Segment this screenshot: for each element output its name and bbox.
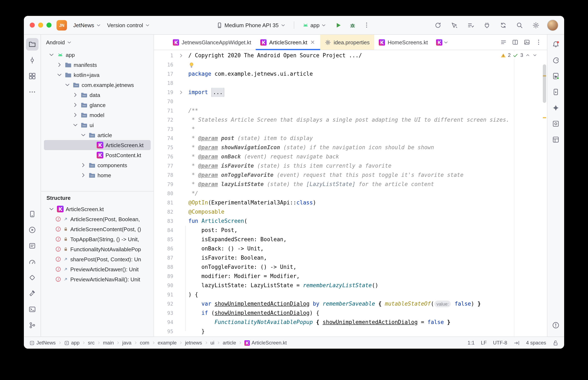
code-text[interactable]: * Stateless Article Screen that displays… [186,115,547,125]
project-tree-item-model[interactable]: model [44,110,151,120]
code-text[interactable]: import ... [186,88,547,97]
line-number[interactable]: 91 [154,290,177,299]
project-tree-item-PostContent.kt[interactable]: PostContent.kt [44,150,151,160]
code-text[interactable]: * @param post (state) item to display [186,134,547,143]
code-line-92[interactable]: 92 var showUnimplementedActionDialog by … [154,299,547,308]
chevron-down-icon[interactable] [48,51,55,58]
split-editor-icon[interactable] [512,39,519,46]
code-text[interactable]: * @param lazyListState (state) the [Lazy… [186,180,547,189]
terminal-tool-button[interactable] [26,303,39,316]
code-text[interactable]: * @param showNavigationIcon (state) if t… [186,143,547,152]
project-view-selector[interactable]: Android [41,35,154,50]
run-button[interactable] [333,20,344,31]
editor-scrollbar[interactable] [542,50,547,337]
code-text[interactable]: @Composable [186,207,547,217]
editor-tab-idea.properties[interactable]: idea.properties [320,35,374,50]
commit-tool-button[interactable] [26,54,39,66]
code-line-82[interactable]: 82@Composable [154,207,547,217]
line-number[interactable]: 80 [154,189,177,198]
breadcrumb-item-app[interactable]: app [64,340,80,346]
structure-root-item[interactable]: ArticleScreen.kt [44,204,151,214]
code-line-78[interactable]: 78 * @param onToggleFavorite (event) req… [154,171,547,180]
search-button[interactable] [514,20,525,31]
hidden-tabs-selector[interactable] [432,35,453,50]
chevron-down-icon[interactable] [56,72,63,78]
line-number[interactable]: 95 [154,327,177,336]
code-editor[interactable]: 1/ Copyright 2020 The Android Open Sourc… [154,50,547,337]
vcs-widget[interactable]: Version control [104,20,153,30]
breadcrumb-item-main[interactable]: main [103,340,114,346]
chevron-right-icon[interactable] [80,172,87,178]
code-line-85[interactable]: 85 isExpandedScreen: Boolean, [154,235,547,244]
next-issue-button[interactable] [532,53,537,58]
line-number[interactable]: 89 [154,272,177,281]
running-devices-tool-button[interactable] [549,86,562,98]
line-number[interactable]: 78 [154,171,177,180]
editor-tab-HomeScreens.kt[interactable]: HomeScreens.kt [374,35,432,50]
problems-tool-button[interactable] [549,319,562,331]
line-number[interactable]: 70 [154,97,177,106]
inspections-widget[interactable]: 2 3 [497,52,540,58]
line-number[interactable]: 85 [154,235,177,244]
version-control-tool-button[interactable] [26,319,39,331]
run-configuration-selector[interactable]: app [299,20,330,30]
fold-toggle-icon[interactable] [177,88,186,97]
scrollbar-thumb[interactable] [543,64,546,103]
debug-button[interactable] [347,20,358,31]
code-line-19[interactable]: 19import ... [154,88,547,97]
breadcrumb-item-jetnews[interactable]: jetnews [185,340,202,346]
code-text[interactable]: @OptIn(ExperimentalMaterial3Api::class) [186,198,547,207]
project-tree-item-ui[interactable]: ui [44,120,151,130]
previous-issue-button[interactable] [525,53,530,58]
code-text[interactable]: /** [186,106,547,115]
project-tree-item-article[interactable]: article [44,130,151,140]
chevron-right-icon[interactable] [80,162,87,169]
code-line-84[interactable]: 84 post: Post, [154,226,547,235]
chevron-down-icon[interactable] [64,81,71,88]
code-text[interactable]: * [186,125,547,134]
editor-tab-ArticleScreen.kt[interactable]: ArticleScreen.kt [256,35,320,50]
line-number[interactable]: 75 [154,143,177,152]
more-run-actions-button[interactable] [361,20,372,31]
code-line-80[interactable]: 80 */ [154,189,547,198]
code-line-95[interactable]: 95 } [154,327,547,336]
code-style-icon[interactable] [513,340,520,346]
code-text[interactable]: onBack: () -> Unit, [186,244,547,253]
line-number[interactable]: 72 [154,115,177,125]
code-text[interactable]: post: Post, [186,226,547,235]
gradle-sync-button[interactable] [498,20,509,31]
project-tree-item-data[interactable]: data [44,90,151,100]
chevron-down-icon[interactable] [72,122,79,128]
line-number[interactable]: 88 [154,263,177,272]
project-tree-item-components[interactable]: components [44,160,151,170]
chevron-down-icon[interactable] [48,206,55,212]
project-tool-button[interactable] [26,38,39,51]
code-line-70[interactable]: 70 [154,97,547,106]
line-number[interactable]: 71 [154,106,177,115]
line-number[interactable]: 84 [154,226,177,235]
user-avatar[interactable] [547,19,558,31]
code-text[interactable]: ) { [186,290,547,299]
line-number[interactable]: 74 [154,134,177,143]
line-number[interactable]: 82 [154,207,177,217]
code-line-16[interactable]: 16 [154,60,547,69]
line-number[interactable]: 87 [154,253,177,263]
update-button[interactable] [433,20,444,31]
build-tool-button[interactable] [26,287,39,300]
structure-item[interactable]: fArticleScreenContent(Post, () [41,224,154,234]
readonly-toggle[interactable] [552,340,559,346]
layout-inspector-tool-button[interactable] [549,133,562,146]
code-line-90[interactable]: 90 lazyListState: LazyListState = rememb… [154,281,547,290]
structure-item[interactable]: fPreviewArticleNavRail(): Unit [41,274,154,284]
code-text[interactable]: isFavorite: Boolean, [186,253,547,263]
settings-button[interactable] [531,20,542,31]
breadcrumb-item-java[interactable]: java [122,340,131,346]
task-list-button[interactable] [465,20,476,31]
code-text[interactable]: lazyListState: LazyListState = rememberL… [186,281,547,290]
code-text[interactable]: / Copyright 2020 The Android Open Source… [186,51,547,60]
line-number[interactable]: 81 [154,198,177,207]
project-tree-item-ArticleScreen.kt[interactable]: ArticleScreen.kt [44,140,151,150]
tab-list-icon[interactable] [500,39,507,46]
code-text[interactable]: */ [186,189,547,198]
code-line-72[interactable]: 72 * Stateless Article Screen that displ… [154,115,547,125]
